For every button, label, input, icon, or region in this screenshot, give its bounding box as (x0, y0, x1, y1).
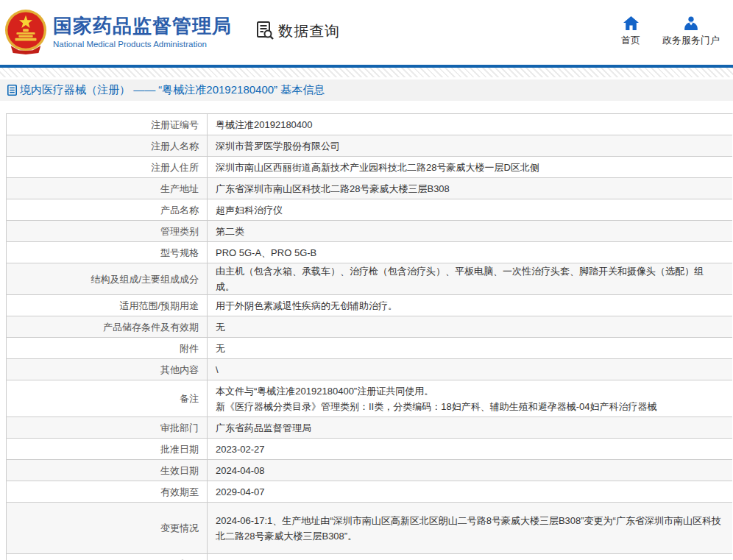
row-label: 审批部门 (7, 417, 208, 438)
national-emblem-icon (4, 9, 47, 54)
row-label: 其他内容 (7, 359, 208, 380)
row-value: 深圳市普罗医学股份有限公司 (208, 138, 732, 154)
row-value: 由主机（包含水箱、承载车）、治疗枪（包含治疗头）、平板电脑、一次性治疗头套、脚踏… (208, 263, 732, 294)
table-row: 结构及组成/主要组成成分由主机（包含水箱、承载车）、治疗枪（包含治疗头）、平板电… (7, 263, 732, 295)
row-label: 批准日期 (7, 439, 208, 459)
table-row: 生产地址广东省深圳市南山区科技北二路28号豪威大楼三层B308 (7, 178, 732, 199)
org-name-zh: 国家药品监督管理局 (53, 15, 232, 37)
row-value: 广东省深圳市南山区科技北二路28号豪威大楼三层B308 (208, 181, 732, 196)
row-label: 注册人住所 (7, 157, 208, 177)
table-row: 型号规格PRO 5G-A、PRO 5G-B (7, 242, 732, 263)
row-label: 注册证编号 (7, 114, 208, 135)
row-value: 粤械注准20192180400 (208, 117, 732, 132)
table-row: 注册人住所深圳市南山区西丽街道高新技术产业园科技北二路28号豪威大楼一层D区北侧 (7, 157, 732, 178)
nav-home-label: 首页 (621, 34, 640, 47)
person-icon (684, 16, 698, 30)
row-label: 结构及组成/主要组成成分 (7, 263, 208, 294)
table-row: 产品储存条件及有效期无 (7, 316, 732, 338)
data-query-button[interactable]: 数据查询 (255, 21, 340, 41)
row-value: 广东省药品监督管理局 (208, 420, 732, 436)
brand: 国家药品监督管理局 National Medical Products Admi… (4, 9, 232, 54)
document-search-icon (255, 21, 275, 41)
breadcrumb-text: 境内医疗器械（注册） —— “粤械注准20192180400” 基本信息 (20, 83, 325, 97)
breadcrumb: 境内医疗器械（注册） —— “粤械注准20192180400” 基本信息 (0, 79, 733, 101)
data-query-label: 数据查询 (278, 21, 340, 41)
row-label: 产品名称 (7, 199, 208, 220)
document-icon (7, 85, 17, 96)
table-row: 批准日期2023-02-27 (7, 439, 732, 460)
row-value-line: 本文件与“粤械注准20192180400”注册证共同使用。 (216, 383, 722, 399)
row-value: 无 (208, 319, 732, 335)
table-row: 产品名称超声妇科治疗仪 (7, 199, 732, 221)
row-value: \ (208, 362, 732, 378)
info-table: 注册证编号粤械注准20192180400注册人名称深圳市普罗医学股份有限公司注册… (6, 113, 733, 560)
table-row: 注册证编号粤械注准20192180400 (7, 114, 732, 135)
row-label: 生产地址 (7, 178, 208, 199)
nav-gov-portal-label: 政务服务门户 (662, 34, 720, 47)
row-value: 2024-04-08 (208, 463, 732, 478)
table-row: 审批部门广东省药品监督管理局 (7, 417, 732, 439)
table-row: 注册人名称深圳市普罗医学股份有限公司 (7, 135, 732, 157)
table-row: 备注本文件与“粤械注准20192180400”注册证共同使用。新《医疗器械分类目… (7, 380, 732, 417)
row-label: 备注 (7, 380, 208, 417)
site-header: 国家药品监督管理局 National Medical Products Admi… (0, 0, 733, 65)
row-label: 型号规格 (7, 242, 208, 263)
table-row: 适用范围/预期用途用于外阴色素减退性疾病的无创辅助治疗。 (7, 295, 732, 316)
table-row: 管理类别第二类 (7, 221, 732, 242)
row-value: 无 (208, 341, 732, 356)
row-value-line: 新《医疗器械分类目录》管理类别：II类，分类编码：18妇产科、辅助生殖和避孕器械… (216, 399, 722, 414)
top-nav: 首页 政务服务门户 (621, 16, 720, 47)
row-label: 附件 (7, 338, 208, 358)
table-row: 生效日期2024-04-08 (7, 460, 732, 481)
row-label: 注 (7, 554, 208, 560)
row-label: 变更情况 (7, 503, 208, 553)
org-name-en: National Medical Products Administration (53, 40, 232, 49)
texture-band (0, 68, 733, 77)
row-label: 有效期至 (7, 481, 208, 502)
row-label: 管理类别 (7, 221, 208, 241)
row-label: 适用范围/预期用途 (7, 295, 208, 316)
row-value: 2023-02-27 (208, 442, 732, 457)
row-value: 第二类 (208, 224, 732, 239)
row-value: 详情 (208, 557, 732, 560)
nav-gov-portal[interactable]: 政务服务门户 (662, 16, 720, 47)
home-icon (623, 16, 639, 30)
row-value: 2024-06-17:1、生产地址由“深圳市南山区高新区北区朗山二号路8号豪威大… (208, 513, 732, 544)
table-row: 变更情况2024-06-17:1、生产地址由“深圳市南山区高新区北区朗山二号路8… (7, 503, 732, 554)
row-value: 用于外阴色素减退性疾病的无创辅助治疗。 (208, 298, 732, 313)
table-row: 附件无 (7, 338, 732, 359)
nav-home[interactable]: 首页 (621, 16, 640, 47)
table-row: 其他内容\ (7, 359, 732, 380)
row-value: 2029-04-07 (208, 484, 732, 500)
row-value: 深圳市南山区西丽街道高新技术产业园科技北二路28号豪威大楼一层D区北侧 (208, 160, 732, 175)
row-label: 注册人名称 (7, 135, 208, 156)
table-row: 有效期至2029-04-07 (7, 481, 732, 503)
row-label: 产品储存条件及有效期 (7, 316, 208, 337)
row-value: 超声妇科治疗仪 (208, 202, 732, 218)
brand-text: 国家药品监督管理局 National Medical Products Admi… (53, 15, 232, 54)
row-value: 本文件与“粤械注准20192180400”注册证共同使用。新《医疗器械分类目录》… (208, 383, 732, 414)
row-label: 生效日期 (7, 460, 208, 481)
table-row: 注详情 (7, 554, 732, 560)
row-value: PRO 5G-A、PRO 5G-B (208, 245, 732, 260)
